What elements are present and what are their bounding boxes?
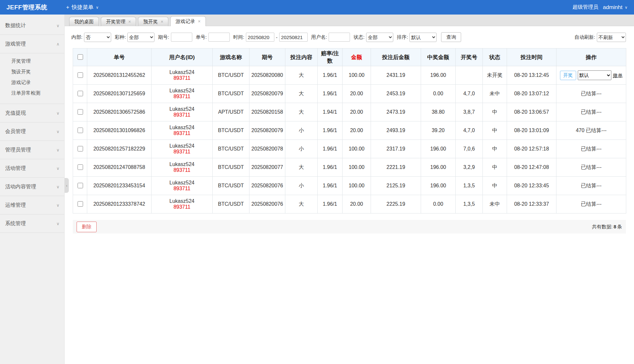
settled-text: 已结算--- xyxy=(581,183,602,188)
sidebar-submenu: 开奖管理预设开奖游戏记录注单异常检测 xyxy=(0,53,64,104)
chevron-down-icon: ∨ xyxy=(625,5,628,10)
filter-lottery-select[interactable]: 全部 xyxy=(127,33,154,42)
sidebar-subitem-注单异常检测[interactable]: 注单异常检测 xyxy=(0,88,64,99)
row-checkbox[interactable] xyxy=(78,109,83,115)
action-cell: 已结算--- xyxy=(556,195,626,213)
tab-开奖管理[interactable]: 开奖管理× xyxy=(101,17,136,26)
sidebar-group: 游戏管理∧开奖管理预设开奖游戏记录注单异常检测 xyxy=(0,35,64,104)
sidebar-subitem-预设开奖[interactable]: 预设开奖 xyxy=(0,67,64,77)
draw-number-cell: 1,3,5 xyxy=(456,177,483,195)
win-amount-cell: 0.00 xyxy=(421,85,456,103)
order-number-cell: 202508201306572586 xyxy=(87,103,152,121)
username-cell: Lukasz524893711 xyxy=(152,85,213,103)
filter-order-input[interactable] xyxy=(208,33,230,42)
row-checkbox[interactable] xyxy=(78,183,83,188)
total-count-text: 共有数据:8条 xyxy=(592,224,622,230)
column-header-操作: 操作 xyxy=(556,48,626,66)
tab-预开奖[interactable]: 预开奖× xyxy=(138,17,168,26)
row-checkbox[interactable] xyxy=(78,164,83,170)
sidebar-item-label: 系统管理 xyxy=(5,220,26,227)
quick-menu-button[interactable]: + 快捷菜单 ∨ xyxy=(66,4,99,11)
draw-button[interactable]: 开奖 xyxy=(560,71,576,80)
sidebar-item-活动管理[interactable]: 活动管理∨ xyxy=(0,159,64,177)
filter-status-label: 状态: xyxy=(354,34,365,40)
sidebar-item-会员管理[interactable]: 会员管理∨ xyxy=(0,122,64,140)
filter-time-to-input[interactable] xyxy=(279,33,308,42)
draw-mode-select[interactable]: 默认 xyxy=(578,70,611,80)
filter-issue-input[interactable] xyxy=(171,33,192,42)
row-checkbox[interactable] xyxy=(78,72,83,78)
settled-text: 470 已结算--- xyxy=(576,128,607,133)
action-cell: 开奖默认撤单 xyxy=(556,66,626,85)
sidebar-item-游戏管理[interactable]: 游戏管理∧ xyxy=(0,35,64,53)
after-amount-cell: 2225.19 xyxy=(371,195,421,213)
column-header-用户名(ID): 用户名(ID) xyxy=(152,48,213,66)
filter-time-from-input[interactable] xyxy=(246,33,274,42)
row-checkbox[interactable] xyxy=(78,128,83,133)
row-checkbox[interactable] xyxy=(78,91,83,96)
chevron-down-icon: ∨ xyxy=(56,184,59,189)
user-id-text: 893711 xyxy=(152,149,212,155)
bet-time-cell: 08-20 12:57:18 xyxy=(507,140,556,158)
sidebar-subitem-游戏记录[interactable]: 游戏记录 xyxy=(0,77,64,88)
status-cell: 中 xyxy=(483,177,507,195)
user-id-text: 893711 xyxy=(152,204,212,210)
issue-number-cell: 20250820079 xyxy=(249,85,285,103)
top-bar: JEFF管理系统 + 快捷菜单 ∨ 超级管理员 adminht ∨ xyxy=(0,0,634,15)
bet-content-cell: 小 xyxy=(285,121,318,140)
tab-close-icon[interactable]: × xyxy=(161,19,163,24)
column-header-投注时间: 投注时间 xyxy=(507,48,556,66)
sidebar-collapse-handle[interactable]: ‹ xyxy=(65,178,69,193)
sidebar-item-充值提现[interactable]: 充值提现∨ xyxy=(0,104,64,122)
username-cell: Lukasz524893711 xyxy=(152,158,213,177)
sidebar-item-活动内容管理[interactable]: 活动内容管理∨ xyxy=(0,178,64,196)
query-button[interactable]: 查询 xyxy=(441,32,461,42)
filter-sort-select[interactable]: 默认 xyxy=(409,33,437,42)
main-area: 我的桌面开奖管理×预开奖×游戏记录× 内部: 否 彩种: 全部 期号: 单号: … xyxy=(65,15,634,234)
row-checkbox-cell xyxy=(73,140,87,158)
sidebar-item-运维管理[interactable]: 运维管理∨ xyxy=(0,196,64,214)
tab-我的桌面[interactable]: 我的桌面 xyxy=(69,17,99,26)
sidebar-item-label: 活动内容管理 xyxy=(5,183,36,190)
sidebar-item-管理员管理[interactable]: 管理员管理∨ xyxy=(0,141,64,159)
row-checkbox-cell xyxy=(73,66,87,85)
row-checkbox[interactable] xyxy=(78,201,83,207)
cancel-order-link[interactable]: 撤单 xyxy=(613,72,623,78)
username-text: Lukasz524 xyxy=(152,125,212,130)
win-amount-cell: 38.80 xyxy=(421,103,456,121)
select-all-checkbox[interactable] xyxy=(78,54,83,60)
settled-text: 已结算--- xyxy=(581,109,602,115)
auto-refresh-select[interactable]: 不刷新 xyxy=(597,33,626,42)
username-text: Lukasz524 xyxy=(152,88,212,94)
row-checkbox-cell xyxy=(73,195,87,213)
tab-strip: 我的桌面开奖管理×预开奖×游戏记录× xyxy=(65,15,634,26)
column-header-期号: 期号 xyxy=(249,48,285,66)
amount-cell: 100.00 xyxy=(343,158,371,177)
chevron-up-icon: ∧ xyxy=(56,42,59,47)
order-number-cell: 202508201233378742 xyxy=(87,195,152,213)
sidebar-subitem-开奖管理[interactable]: 开奖管理 xyxy=(0,56,64,67)
tab-close-icon[interactable]: × xyxy=(198,19,200,24)
filter-internal-select[interactable]: 否 xyxy=(84,33,111,42)
bet-time-cell: 08-20 13:07:12 xyxy=(507,85,556,103)
bet-time-cell: 08-20 13:12:45 xyxy=(507,66,556,85)
records-table: 单号用户名(ID)游戏名称期号投注内容赔率/注数金额投注后金额中奖金额开奖号状态… xyxy=(73,48,626,213)
status-cell: 未中 xyxy=(483,85,507,103)
sidebar-item-系统管理[interactable]: 系统管理∨ xyxy=(0,214,64,233)
after-amount-cell: 2453.19 xyxy=(371,85,421,103)
username-cell: Lukasz524893711 xyxy=(152,121,213,140)
odds-cell: 1.94/1 xyxy=(318,103,343,121)
tab-游戏记录[interactable]: 游戏记录× xyxy=(170,16,206,26)
sidebar-item-数据统计[interactable]: 数据统计∨ xyxy=(0,16,64,35)
sidebar-item-label: 运维管理 xyxy=(5,202,26,209)
sidebar-group: 管理员管理∨ xyxy=(0,141,64,159)
username-text: Lukasz524 xyxy=(152,106,212,112)
row-checkbox[interactable] xyxy=(78,146,83,151)
filter-username-input[interactable] xyxy=(329,33,350,42)
bet-content-cell: 大 xyxy=(285,103,318,121)
filter-status-select[interactable]: 全部 xyxy=(366,33,393,42)
app-title: JEFF管理系统 xyxy=(6,3,47,12)
tab-close-icon[interactable]: × xyxy=(128,19,131,24)
delete-button[interactable]: 删除 xyxy=(77,222,97,232)
user-menu-button[interactable]: adminht ∨ xyxy=(603,4,628,11)
